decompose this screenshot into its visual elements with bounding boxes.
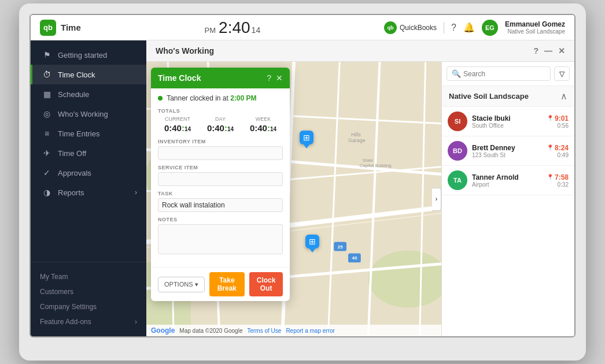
search-icon: 🔍	[452, 69, 461, 78]
take-break-button[interactable]: Take Break	[209, 272, 245, 296]
time-main: 2:40	[219, 18, 250, 37]
help-icon-header[interactable]: ?	[533, 46, 538, 55]
google-logo: Google	[151, 326, 175, 335]
right-sidebar: 🔍 ▽ Native Soil Landscape ∧	[441, 62, 574, 336]
sidebar-bottom: My Team Customers Company Settings Featu…	[31, 262, 146, 336]
notes-label: NOTES	[158, 217, 283, 222]
clock-out-button[interactable]: Clock Out	[249, 272, 283, 296]
options-button[interactable]: OPTIONS ▾	[158, 277, 205, 292]
divider	[444, 22, 444, 34]
chart-icon: ◑	[42, 188, 52, 197]
task-input[interactable]	[158, 198, 283, 212]
building-icon-3: ⊞	[309, 237, 316, 246]
notes-field: NOTES	[158, 217, 283, 257]
laptop-screen: qb Time PM 2:40 14 qb QuickBooks ? 🔔 EG	[29, 14, 576, 337]
sidebar-bottom-my-team[interactable]: My Team	[40, 269, 137, 284]
qb-logo-icon: qb	[40, 20, 56, 36]
sidebar-item-label: Time Off	[58, 149, 86, 158]
clocked-in-time: 2:00 PM	[230, 94, 256, 102]
user-company: Native Soil Landscape	[505, 28, 565, 35]
employee-item-stacie[interactable]: SI Stacie Ibuki South Office 📍 9:01	[442, 107, 574, 136]
emp-info-stacie: Stacie Ibuki South Office	[472, 114, 542, 129]
sidebar-item-time-entries[interactable]: ≡ Time Entries	[31, 124, 146, 143]
sidebar-item-whos-working[interactable]: ◎ Who's Working	[31, 104, 146, 124]
filter-button[interactable]: ▽	[554, 66, 570, 81]
map-footer: Google Map data ©2020 Google Terms of Us…	[146, 325, 441, 336]
svg-text:25: 25	[338, 244, 343, 250]
employee-list: SI Stacie Ibuki South Office 📍 9:01	[442, 107, 574, 336]
service-item-input[interactable]	[158, 172, 283, 186]
modal-close-icon[interactable]: ✕	[276, 73, 283, 83]
calendar-icon: ▦	[42, 90, 52, 99]
inventory-item-input[interactable]	[158, 146, 283, 160]
week-time: 0:40:14	[244, 123, 283, 133]
emp-name-brett: Brett Denney	[472, 144, 542, 152]
sidebar-item-schedule[interactable]: ▦ Schedule	[31, 84, 146, 104]
sidebar-item-time-off[interactable]: ✈ Time Off	[31, 143, 146, 163]
top-bar-clock: PM 2:40 14	[205, 18, 261, 37]
bell-icon[interactable]: 🔔	[463, 22, 475, 33]
totals-label: TOTALS	[158, 108, 283, 114]
user-avatar[interactable]: EG	[482, 20, 498, 36]
sidebar-item-label: Who's Working	[58, 110, 108, 118]
map-marker-3[interactable]: ⊞	[305, 235, 319, 252]
search-input[interactable]	[463, 70, 545, 78]
emp-location-tanner: Airport	[472, 181, 542, 188]
main-layout: ⚑ Getting started ⏱ Time Clock ▦ Schedul…	[31, 40, 574, 336]
modal-header-icons: ? ✕	[267, 73, 283, 83]
total-day: DAY 0:40:14	[201, 116, 240, 133]
sidebar-bottom-company-settings[interactable]: Company Settings	[40, 299, 137, 314]
map-collapse-button[interactable]: ›	[432, 188, 441, 211]
emp-avatar-tanner: TA	[448, 170, 467, 190]
modal-body: Tanner clocked in at 2:00 PM TOTALS CURR…	[151, 88, 290, 267]
day-time: 0:40:14	[201, 123, 240, 133]
quickbooks-badge[interactable]: qb QuickBooks	[384, 21, 437, 34]
terms-link[interactable]: Terms of Use	[247, 328, 281, 334]
svg-text:40: 40	[352, 255, 357, 261]
notes-textarea[interactable]	[158, 224, 283, 254]
whos-working-title: Who's Working	[156, 46, 214, 55]
user-info: Emmanuel Gomez Native Soil Landscape	[505, 20, 565, 35]
emp-initials: TA	[453, 177, 462, 184]
sidebar-item-getting-started[interactable]: ⚑ Getting started	[31, 45, 146, 65]
emp-name-tanner: Tanner Arnold	[472, 173, 542, 181]
sidebar-item-label: Approvals	[58, 169, 91, 177]
emp-time-info-brett: 📍 8:24 0:49	[547, 144, 569, 158]
emp-time-red-stacie: 📍 9:01	[547, 114, 569, 122]
list-icon: ≡	[42, 129, 52, 138]
modal-help-icon[interactable]: ?	[267, 73, 271, 83]
sidebar-item-reports[interactable]: ◑ Reports ›	[31, 183, 146, 202]
modal-title: Time Clock	[158, 73, 201, 83]
emp-initials: BD	[453, 147, 462, 154]
svg-text:Hills: Hills	[351, 132, 361, 138]
report-link[interactable]: Report a map error	[286, 328, 334, 334]
emp-time-info-tanner: 📍 7:58 0:32	[547, 173, 569, 188]
map-marker-1[interactable]: ⊞	[300, 131, 313, 148]
totals-section: TOTALS CURRENT 0:40:14	[158, 108, 283, 133]
employee-item-brett[interactable]: BD Brett Denney 123 South St 📍 8:24	[442, 136, 574, 166]
sidebar-item-label: Schedule	[58, 90, 89, 99]
map-panel: Hills Garage State Capitol Building Airp…	[146, 62, 574, 336]
sidebar-bottom-feature-addons[interactable]: Feature Add-ons ›	[40, 314, 137, 329]
sidebar-item-label: Time Entries	[58, 129, 99, 138]
time-ampm: PM	[205, 26, 216, 35]
close-icon[interactable]: ✕	[558, 46, 565, 55]
time-clock-modal: Time Clock ? ✕ Tanner clocked in at	[151, 68, 290, 301]
help-icon[interactable]: ?	[451, 23, 456, 33]
sidebar-item-time-clock[interactable]: ⏱ Time Clock	[31, 65, 146, 84]
emp-initials: SI	[455, 118, 460, 125]
header-icons: ? — ✕	[533, 46, 565, 55]
chevron-up-icon[interactable]: ∧	[560, 91, 567, 102]
emp-avatar-stacie: SI	[448, 112, 467, 131]
sidebar-bottom-customers[interactable]: Customers	[40, 284, 137, 299]
clocked-in-message: Tanner clocked in at 2:00 PM	[158, 94, 283, 102]
minimize-icon[interactable]: —	[544, 46, 552, 55]
employee-item-tanner[interactable]: TA Tanner Arnold Airport 📍 7:58	[442, 166, 574, 195]
search-input-wrap[interactable]: 🔍	[447, 66, 551, 81]
filter-icon: ▽	[559, 70, 565, 78]
total-current: CURRENT 0:40:14	[158, 116, 197, 133]
inventory-item-field: INVENTORY ITEM	[158, 139, 283, 160]
sidebar-item-approvals[interactable]: ✓ Approvals	[31, 163, 146, 183]
clock-icon: ⏱	[42, 70, 52, 79]
sidebar-item-label: Getting started	[58, 51, 107, 60]
